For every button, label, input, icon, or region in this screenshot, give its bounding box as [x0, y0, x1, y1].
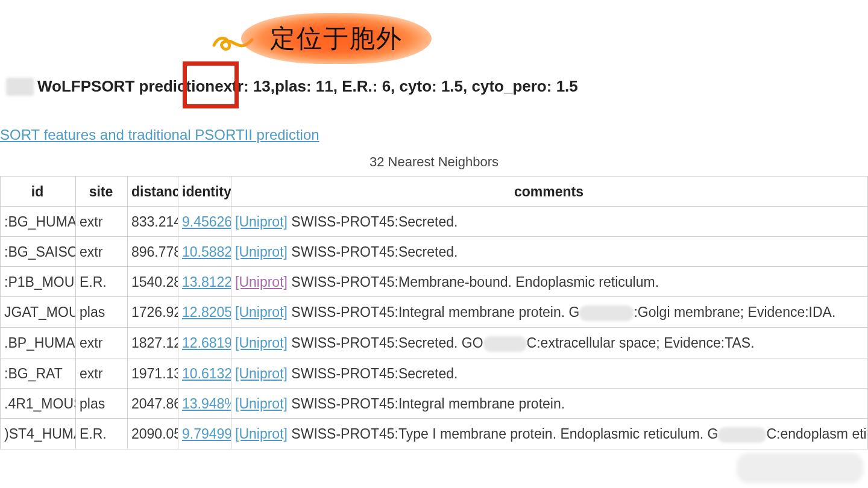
uniprot-link[interactable]: [Uniprot] [235, 214, 288, 230]
identity-link[interactable]: 12.8205% [182, 304, 231, 320]
cell-distance: 1971.13 [128, 358, 178, 388]
cell-identity: 10.5882% [178, 237, 231, 267]
cell-comments: [Uniprot] SWISS-PROT45:Secreted. [231, 358, 868, 388]
uniprot-link[interactable]: [Uniprot] [235, 366, 288, 381]
cell-id: )ST4_HUMAN [1, 418, 76, 449]
comment-text: SWISS-PROT45:Type I membrane protein. En… [291, 426, 718, 442]
comment-text: :Golgi membrane; Evidence:IDA. [634, 304, 835, 320]
table-row: .BP_HUMANextr1827.1212.6819%[Uniprot] SW… [1, 327, 868, 358]
identity-link[interactable]: 9.79499% [182, 426, 231, 442]
comment-text: SWISS-PROT45:Integral membrane protein. … [291, 304, 579, 320]
cell-site: E.R. [76, 267, 128, 297]
cell-id: JGAT_MOUSE [1, 297, 76, 328]
prediction-rest: plas: 11, E.R.: 6, cyto: 1.5, cyto_pero:… [275, 77, 578, 96]
prediction-boxed-value: extr: 13, [215, 77, 275, 96]
censored-block [718, 427, 766, 443]
identity-link[interactable]: 10.5882% [182, 244, 231, 260]
identity-link[interactable]: 9.45626% [182, 214, 231, 230]
cell-id: .4R1_MOUSE [1, 388, 76, 418]
comment-text: C:extracellular space; Evidence:TAS. [527, 335, 755, 351]
cell-identity: 12.6819% [178, 327, 231, 358]
cell-comments: [Uniprot] SWISS-PROT45:Type I membrane p… [231, 418, 868, 449]
cell-identity: 13.948% [178, 388, 231, 418]
neighbors-table: id site distance identity comments :BG_H… [0, 176, 868, 449]
watermark-blur [737, 453, 863, 483]
comment-text: SWISS-PROT45:Secreted. GO [291, 335, 483, 351]
table-row: )ST4_HUMANE.R.2090.059.79499%[Uniprot] S… [1, 418, 868, 449]
uniprot-link[interactable]: [Uniprot] [235, 304, 288, 320]
col-distance: distance [128, 177, 178, 207]
table-row: :BG_RATextr1971.1310.6132%[Uniprot] SWIS… [1, 358, 868, 388]
neighbors-caption: 32 Nearest Neighbors [0, 154, 868, 170]
prediction-line: WoLFPSORT prediction extr: 13, plas: 11,… [6, 77, 578, 96]
cell-distance: 2047.86 [128, 388, 178, 418]
col-site: site [76, 177, 128, 207]
cell-site: extr [76, 358, 128, 388]
table-row: .4R1_MOUSEplas2047.8613.948%[Uniprot] SW… [1, 388, 868, 418]
identity-link[interactable]: 13.948% [182, 396, 231, 411]
uniprot-link[interactable]: [Uniprot] [235, 335, 288, 351]
table-row: :BG_SAISCextr896.77810.5882%[Uniprot] SW… [1, 237, 868, 267]
prediction-prefix: WoLFPSORT prediction [37, 77, 215, 96]
censored-block [579, 305, 634, 321]
comment-text: C:endoplasm eticulum Evidence:T [766, 426, 867, 442]
cell-id: :P1B_MOUSE [1, 267, 76, 297]
identity-link[interactable]: 10.6132% [182, 366, 231, 381]
uniprot-link[interactable]: [Uniprot] [235, 274, 288, 290]
cell-comments: [Uniprot] SWISS-PROT45:Integral membrane… [231, 388, 868, 418]
cell-distance: 896.778 [128, 237, 178, 267]
table-header-row: id site distance identity comments [1, 177, 868, 207]
cell-comments: [Uniprot] SWISS-PROT45:Secreted. [231, 207, 868, 237]
cell-id: :BG_HUMAN [1, 207, 76, 237]
cell-site: extr [76, 327, 128, 358]
cell-site: extr [76, 237, 128, 267]
cell-site: E.R. [76, 418, 128, 449]
page-root: 定位于胞外 WoLFPSORT prediction extr: 13, pla… [0, 0, 868, 488]
cell-distance: 1540.28 [128, 267, 178, 297]
annotation-callout: 定位于胞外 [241, 13, 432, 64]
cell-distance: 833.214 [128, 207, 178, 237]
cell-site: plas [76, 297, 128, 328]
cell-id: :BG_RAT [1, 358, 76, 388]
identity-link[interactable]: 12.6819% [182, 335, 231, 351]
uniprot-link[interactable]: [Uniprot] [235, 426, 288, 442]
cell-id: .BP_HUMAN [1, 327, 76, 358]
cell-identity: 13.8122% [178, 267, 231, 297]
uniprot-link[interactable]: [Uniprot] [235, 396, 288, 411]
cell-identity: 10.6132% [178, 358, 231, 388]
comment-text: SWISS-PROT45:Secreted. [291, 366, 458, 381]
comment-text: SWISS-PROT45:Secreted. [291, 244, 458, 260]
cell-comments: [Uniprot] SWISS-PROT45:Integral membrane… [231, 297, 868, 328]
col-identity: identity [178, 177, 231, 207]
cell-id: :BG_SAISC [1, 237, 76, 267]
cell-site: plas [76, 388, 128, 418]
cell-identity: 12.8205% [178, 297, 231, 328]
psort-features-link[interactable]: SORT features and traditional PSORTII pr… [0, 127, 319, 143]
identity-link[interactable]: 13.8122% [182, 274, 231, 290]
cell-distance: 1827.12 [128, 327, 178, 358]
cell-identity: 9.79499% [178, 418, 231, 449]
cell-identity: 9.45626% [178, 207, 231, 237]
comment-text: SWISS-PROT45:Membrane-bound. Endoplasmic… [291, 274, 659, 290]
cell-distance: 1726.92 [128, 297, 178, 328]
cell-site: extr [76, 207, 128, 237]
col-comments: comments [231, 177, 868, 207]
comment-text: SWISS-PROT45:Integral membrane protein. [291, 396, 565, 411]
col-id: id [1, 177, 76, 207]
comment-text: SWISS-PROT45:Secreted. [291, 214, 458, 230]
cell-comments: [Uniprot] SWISS-PROT45:Membrane-bound. E… [231, 267, 868, 297]
table-row: :BG_HUMANextr833.2149.45626%[Uniprot] SW… [1, 207, 868, 237]
cell-comments: [Uniprot] SWISS-PROT45:Secreted. GOC:ext… [231, 327, 868, 358]
table-row: :P1B_MOUSEE.R.1540.2813.8122%[Uniprot] S… [1, 267, 868, 297]
censored-block [6, 78, 34, 96]
cell-distance: 2090.05 [128, 418, 178, 449]
cell-comments: [Uniprot] SWISS-PROT45:Secreted. [231, 237, 868, 267]
uniprot-link[interactable]: [Uniprot] [235, 244, 288, 260]
table-row: JGAT_MOUSEplas1726.9212.8205%[Uniprot] S… [1, 297, 868, 328]
censored-block [483, 336, 527, 352]
